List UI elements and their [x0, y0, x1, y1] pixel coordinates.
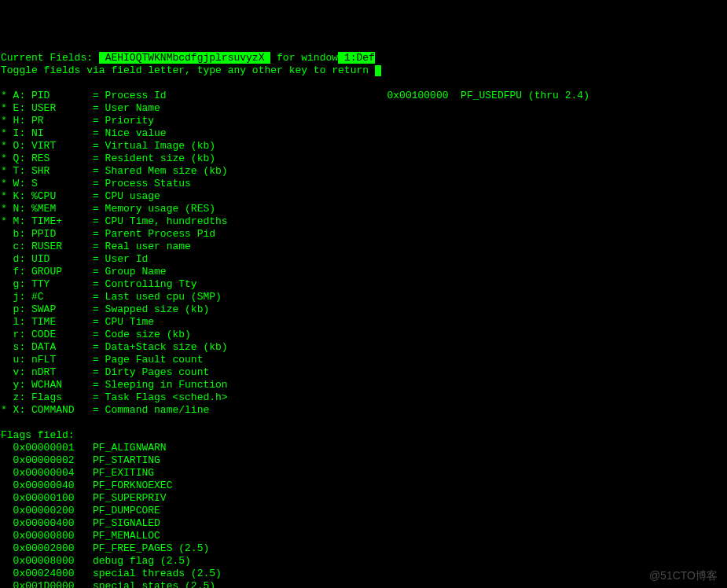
field-row[interactable]: j: #C = Last used cpu (SMP) — [1, 291, 726, 303]
field-row[interactable]: b: PPID = Parent Process Pid — [1, 228, 726, 241]
field-row[interactable]: f: GROUP = Group Name — [1, 266, 726, 278]
field-row[interactable]: * Q: RES = Resident size (kb) — [1, 153, 726, 165]
current-fields-label: Current Fields: — [1, 52, 99, 64]
header-line-1: Current Fields: AEHIOQTWKNMbcdfgjplrsuvy… — [1, 52, 726, 64]
field-row[interactable]: * O: VIRT = Virtual Image (kb) — [1, 140, 726, 153]
field-row[interactable]: p: SWAP = Swapped size (kb) — [1, 303, 726, 316]
field-row[interactable]: * T: SHR = Shared Mem size (kb) — [1, 165, 726, 178]
flag-row: 0x001D0000 special states (2.5) — [1, 580, 726, 588]
flag-row: 0x00000001 PF_ALIGNWARN — [1, 442, 726, 454]
field-row[interactable]: l: TIME = CPU Time — [1, 316, 726, 329]
window-value: 1:Def — [338, 52, 375, 64]
field-row[interactable]: * E: USER = User Name — [1, 102, 726, 115]
field-row[interactable]: * W: S = Process Status — [1, 178, 726, 190]
field-row[interactable]: d: UID = User Id — [1, 253, 726, 266]
field-row[interactable]: c: RUSER = Real user name — [1, 241, 726, 253]
field-row[interactable]: z: Flags = Task Flags <sched.h> — [1, 391, 726, 404]
flag-row: 0x00008000 debug flag (2.5) — [1, 555, 726, 568]
flag-row: 0x00002000 PF_FREE_PAGES (2.5) — [1, 542, 726, 555]
flags-header: Flags field: — [1, 429, 726, 442]
field-row[interactable]: g: TTY = Controlling Tty — [1, 278, 726, 291]
flag-row: 0x00000100 PF_SUPERPRIV — [1, 492, 726, 505]
field-row[interactable]: * N: %MEM = Memory usage (RES) — [1, 203, 726, 215]
field-row[interactable]: * I: NI = Nice value — [1, 127, 726, 140]
blank-line — [1, 77, 726, 90]
field-row[interactable]: * X: COMMAND = Command name/line — [1, 404, 726, 417]
blank-line — [1, 417, 726, 429]
field-row[interactable]: * K: %CPU = CPU usage — [1, 190, 726, 203]
field-row[interactable]: * A: PID = Process Id 0x00100000 PF_USED… — [1, 90, 726, 102]
current-fields-value: AEHIOQTWKNMbcdfgjplrsuvyzX — [99, 52, 270, 64]
side-note: 0x00100000 PF_USEDFPU (thru 2.4) — [387, 90, 589, 101]
header-line-2: Toggle fields via field letter, type any… — [1, 64, 726, 77]
field-row[interactable]: y: WCHAN = Sleeping in Function — [1, 379, 726, 391]
field-row[interactable]: u: nFLT = Page Fault count — [1, 354, 726, 366]
watermark-text: @51CTO博客 — [649, 569, 718, 582]
field-row[interactable]: * M: TIME+ = CPU Time, hundredths — [1, 215, 726, 228]
field-row[interactable]: s: DATA = Data+Stack size (kb) — [1, 341, 726, 354]
flag-row: 0x00000200 PF_DUMPCORE — [1, 505, 726, 517]
field-row[interactable]: * H: PR = Priority — [1, 115, 726, 127]
flag-row: 0x00000040 PF_FORKNOEXEC — [1, 480, 726, 492]
flag-row: 0x00024000 special threads (2.5) — [1, 568, 726, 580]
toggle-instruction: Toggle fields via field letter, type any… — [1, 64, 375, 76]
terminal-output[interactable]: Current Fields: AEHIOQTWKNMbcdfgjplrsuvy… — [1, 52, 726, 588]
flag-row: 0x00000800 PF_MEMALLOC — [1, 530, 726, 542]
flag-row: 0x00000400 PF_SIGNALED — [1, 517, 726, 530]
terminal-cursor — [375, 65, 381, 76]
field-row[interactable]: v: nDRT = Dirty Pages count — [1, 366, 726, 379]
flag-row: 0x00000002 PF_STARTING — [1, 454, 726, 467]
for-window-label: for window — [270, 52, 338, 64]
flag-row: 0x00000004 PF_EXITING — [1, 467, 726, 480]
field-row[interactable]: r: CODE = Code size (kb) — [1, 329, 726, 341]
